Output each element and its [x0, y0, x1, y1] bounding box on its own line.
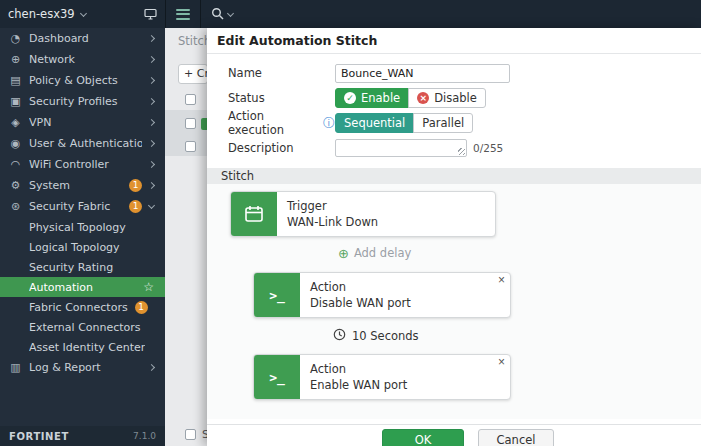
menu-toggle-button[interactable]: [176, 9, 190, 20]
row-checkbox[interactable]: [185, 141, 196, 152]
trigger-name: WAN-Link Down: [287, 215, 378, 229]
sidebar-item-vpn[interactable]: ◈ VPN: [0, 112, 165, 133]
sidebar-item-label: Log & Report: [29, 361, 142, 374]
user-icon: ◉: [9, 137, 22, 150]
sidebar-item-label: Physical Topology: [29, 221, 126, 234]
action-kind: Action: [310, 280, 411, 294]
sequential-button[interactable]: Sequential: [335, 113, 414, 133]
topbar-divider: [165, 0, 166, 28]
status-label: Status: [228, 91, 335, 105]
sidebar-item-security-fabric[interactable]: ⊛ Security Fabric 1: [0, 196, 165, 217]
name-row: Name: [228, 63, 689, 83]
sidebar-item-user-authentication[interactable]: ◉ User & Authentication: [0, 133, 165, 154]
hostname: chen-esx39: [8, 7, 75, 21]
firmware-version: 7.1.0: [133, 431, 156, 441]
action-execution-label: Action execution ⓘ: [228, 109, 335, 137]
remove-action-icon[interactable]: ×: [498, 356, 505, 368]
sidebar-item-label: WiFi Controller: [29, 158, 142, 171]
search-button[interactable]: [211, 5, 233, 24]
check-icon: ✓: [344, 92, 356, 104]
description-label: Description: [228, 141, 335, 155]
sidebar-item-label: Security Fabric: [29, 200, 122, 213]
sidebar-item-system[interactable]: ⚙ System 1: [0, 175, 165, 196]
row-checkbox[interactable]: [185, 94, 196, 105]
sidebar-item-label: Fabric Connectors: [29, 301, 128, 314]
trigger-calendar-icon: [231, 192, 277, 236]
fabric-icon: ⊛: [9, 200, 22, 213]
sidebar-item-label: VPN: [29, 116, 142, 129]
sidebar-item-network[interactable]: ⊕ Network: [0, 49, 165, 70]
chevron-right-icon: [148, 35, 155, 42]
fortigate-app: chen-esx39 ◔ Dashboard: [0, 0, 701, 446]
sidebar-item-physical-topology[interactable]: Physical Topology: [0, 217, 165, 237]
chevron-right-icon: [148, 56, 155, 63]
parallel-label: Parallel: [422, 116, 464, 130]
chevron-right-icon: [148, 98, 155, 105]
info-icon[interactable]: ⓘ: [323, 117, 335, 129]
sidebar-item-wifi-controller[interactable]: ◠ WiFi Controller: [0, 154, 165, 175]
trigger-card[interactable]: Trigger WAN-Link Down: [230, 191, 496, 237]
parallel-button[interactable]: Parallel: [413, 113, 473, 133]
sidebar-item-label: Automation: [29, 281, 143, 294]
chevron-down-icon: [148, 202, 155, 209]
panel-title: Edit Automation Stitch: [207, 28, 701, 54]
enable-button[interactable]: ✓ Enable: [335, 88, 409, 108]
panel-footer: OK Cancel: [207, 424, 701, 446]
fortinet-logo: FORTINET: [9, 431, 69, 442]
chevron-right-icon: [148, 119, 155, 126]
action-card-disable-wan[interactable]: >_ Action Disable WAN port ×: [253, 272, 511, 318]
disable-button[interactable]: × Disable: [408, 88, 486, 108]
x-circle-icon: ×: [417, 92, 429, 104]
sidebar-item-fabric-connectors[interactable]: Fabric Connectors 1: [0, 297, 165, 317]
action-execution-toggle: Sequential Parallel: [335, 113, 473, 133]
sidebar-item-external-connectors[interactable]: External Connectors: [0, 317, 165, 337]
network-icon: ⊕: [9, 53, 22, 66]
name-input[interactable]: [335, 64, 510, 83]
status-row: Status ✓ Enable × Disable: [228, 88, 689, 108]
notification-badge: 1: [129, 200, 142, 213]
sidebar-item-label: Asset Identity Center: [29, 341, 145, 354]
dashboard-icon: ◔: [9, 32, 22, 45]
sidebar-item-security-rating[interactable]: Security Rating: [0, 257, 165, 277]
terminal-prompt-icon: >_: [254, 273, 300, 317]
delay-indicator[interactable]: 10 Seconds: [333, 328, 419, 344]
sidebar-item-label: System: [29, 179, 122, 192]
sidebar-item-label: Policy & Objects: [29, 74, 142, 87]
create-new-button[interactable]: + Cre: [178, 64, 208, 84]
remove-action-icon[interactable]: ×: [498, 274, 505, 286]
row-checkbox[interactable]: [185, 118, 196, 129]
action-card-text: Action Disable WAN port: [300, 273, 411, 317]
trigger-card-text: Trigger WAN-Link Down: [277, 192, 378, 236]
stitch-form: Name Status ✓ Enable × Disable: [207, 54, 701, 158]
hostname-selector[interactable]: chen-esx39: [0, 0, 165, 28]
stitch-flow-canvas: Trigger WAN-Link Down ⊕ Add delay >_: [207, 184, 701, 419]
chevron-right-icon: [148, 182, 155, 189]
edit-automation-stitch-panel: Edit Automation Stitch Name Status ✓ Ena…: [207, 28, 701, 446]
cancel-button[interactable]: Cancel: [478, 429, 554, 446]
star-icon[interactable]: ☆: [143, 280, 154, 294]
add-delay-label: Add delay: [354, 246, 411, 260]
action-card-enable-wan[interactable]: >_ Action Enable WAN port ×: [253, 354, 511, 400]
chevron-down-icon: [227, 9, 234, 16]
sidebar-item-log-report[interactable]: ▥ Log & Report: [0, 357, 165, 378]
action-execution-row: Action execution ⓘ Sequential Parallel: [228, 113, 689, 133]
action-execution-text: Action execution: [228, 109, 318, 137]
row-checkbox[interactable]: [185, 429, 196, 440]
sidebar-item-dashboard[interactable]: ◔ Dashboard: [0, 28, 165, 49]
sidebar-item-security-profiles[interactable]: ▣ Security Profiles: [0, 91, 165, 112]
gear-icon: ⚙: [9, 179, 22, 192]
description-input[interactable]: [335, 139, 467, 157]
sidebar-item-asset-identity-center[interactable]: Asset Identity Center: [0, 337, 165, 357]
wifi-icon: ◠: [9, 158, 22, 171]
resize-handle-icon[interactable]: [458, 148, 465, 155]
search-icon: [211, 5, 224, 24]
add-delay-button[interactable]: ⊕ Add delay: [338, 246, 411, 260]
ok-button[interactable]: OK: [382, 429, 464, 446]
sidebar-item-automation[interactable]: Automation ☆: [0, 277, 165, 297]
monitor-icon[interactable]: [144, 8, 157, 20]
sidebar-item-policy-objects[interactable]: ▤ Policy & Objects: [0, 70, 165, 91]
sidebar-item-label: Dashboard: [29, 32, 142, 45]
sidebar-item-logical-topology[interactable]: Logical Topology: [0, 237, 165, 257]
shield-icon: ▣: [9, 95, 22, 108]
trigger-kind: Trigger: [287, 199, 378, 213]
